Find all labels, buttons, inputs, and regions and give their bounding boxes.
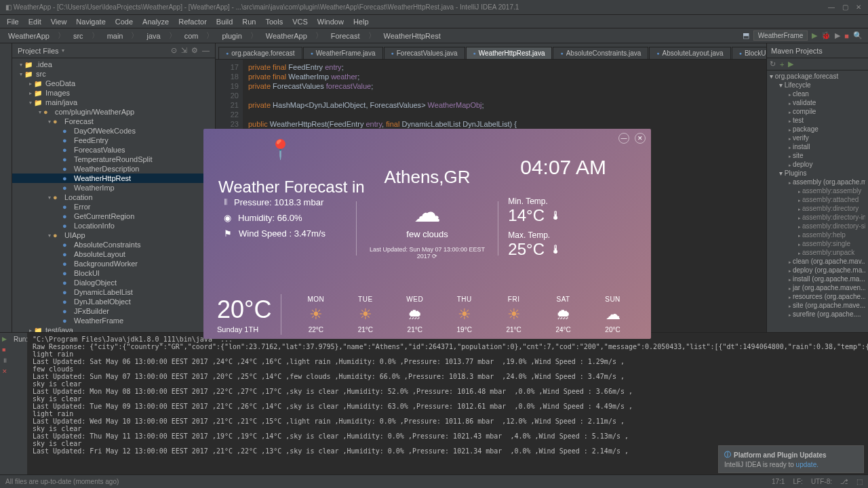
menu-build[interactable]: Build	[212, 16, 237, 27]
nav-icon[interactable]: ⬒	[743, 31, 749, 40]
maven-item[interactable]: verify	[770, 134, 865, 142]
tree-item[interactable]: ▾.idea	[12, 60, 215, 69]
tree-item[interactable]: ▾main/java	[12, 98, 215, 107]
menu-file[interactable]: File	[3, 16, 23, 27]
tree-item[interactable]: DynamicLabelList	[12, 287, 215, 297]
run-maven-icon[interactable]: ▶	[788, 60, 793, 68]
tree-item[interactable]: BackgroundWorker	[12, 259, 215, 268]
coverage-icon[interactable]: ▶	[835, 31, 840, 40]
breadcrumb-item[interactable]: main	[104, 31, 126, 41]
search-icon[interactable]: 🔍	[853, 31, 863, 40]
tree-item[interactable]: ▾Location	[12, 192, 215, 202]
tree-item[interactable]: DialogObject	[12, 278, 215, 287]
tree-item[interactable]: WeatherFrame	[12, 316, 215, 325]
maven-item[interactable]: install (org.apache.ma...	[770, 274, 865, 283]
maven-item[interactable]: surefire (org.apache....	[770, 310, 865, 319]
menu-analyze[interactable]: Analyze	[138, 16, 173, 27]
editor-tab[interactable]: AbsoluteConstraints.java	[553, 47, 648, 59]
tree-item[interactable]: ▾UIApp	[12, 230, 215, 240]
rerun-icon[interactable]: ▶	[2, 336, 10, 344]
tree-item[interactable]: ▾src	[12, 69, 215, 79]
tree-item[interactable]: AbsoluteLayout	[12, 249, 215, 259]
maven-item[interactable]: ▾ Lifecycle	[770, 81, 865, 89]
exit-icon[interactable]: ✕	[2, 368, 10, 376]
pause-icon[interactable]: ⏸	[2, 357, 10, 365]
tree-item[interactable]: AbsoluteConstraints	[12, 240, 215, 249]
menu-run[interactable]: Run	[238, 16, 260, 27]
tree-item[interactable]: GetCurrentRegion	[12, 211, 215, 221]
hide-icon[interactable]: —	[202, 46, 210, 55]
tree-item[interactable]: ▸Images	[12, 88, 215, 98]
menu-edit[interactable]: Edit	[24, 16, 45, 27]
tree-item[interactable]: ForecastValues	[12, 145, 215, 155]
tree-item[interactable]: ▾Forecast	[12, 117, 215, 126]
tree-item[interactable]: ▾com/plugin/WeatherApp	[12, 107, 215, 117]
maven-item[interactable]: clean	[770, 89, 865, 98]
dropdown-icon[interactable]: ▾	[62, 47, 64, 54]
tree-item[interactable]: DynJLabelObject	[12, 297, 215, 306]
maven-item[interactable]: test	[770, 116, 865, 125]
breadcrumb-item[interactable]: WeatherApp	[263, 31, 310, 41]
breadcrumb-item[interactable]: plugin	[219, 31, 244, 41]
maven-tree[interactable]: ▾ org.package.forecast▾ Lifecyclecleanva…	[767, 70, 868, 320]
menu-view[interactable]: View	[47, 16, 71, 27]
breadcrumb-item[interactable]: Forecast	[328, 31, 363, 41]
breadcrumb-item[interactable]: com	[182, 31, 201, 41]
refresh-icon[interactable]: ↻	[770, 60, 776, 68]
editor-tab[interactable]: AbsoluteLayout.java	[649, 47, 730, 59]
maven-item[interactable]: validate	[770, 98, 865, 107]
gear-icon[interactable]: ⚙	[191, 46, 198, 55]
maven-item[interactable]: assembly:single	[770, 239, 865, 248]
run-icon[interactable]: ▶	[812, 31, 817, 40]
maven-item[interactable]: ▾ org.package.forecast	[770, 72, 865, 81]
breadcrumb-item[interactable]: src	[71, 31, 86, 41]
menu-window[interactable]: Window	[313, 16, 348, 27]
update-link[interactable]: update.	[796, 461, 818, 468]
editor-tab[interactable]: ForecastValues.java	[384, 47, 465, 59]
tree-item[interactable]: ▸GeoData	[12, 79, 215, 88]
tree-item[interactable]: JFxBuilder	[12, 306, 215, 316]
maven-item[interactable]: assembly:help	[770, 230, 865, 239]
tree-item[interactable]: WeatherDescription	[12, 164, 215, 174]
project-panel-title[interactable]: Project Files	[18, 47, 59, 55]
menu-code[interactable]: Code	[111, 16, 137, 27]
maven-item[interactable]: assembly:unpack	[770, 248, 865, 257]
editor-tab[interactable]: org.package.forecast	[218, 47, 302, 59]
editor-tab[interactable]: WeatherFrame.java	[303, 47, 383, 59]
maven-item[interactable]: ▾ Plugins	[770, 169, 865, 178]
maven-item[interactable]: clean (org.apache.mav...	[770, 257, 865, 266]
maven-item[interactable]: install	[770, 142, 865, 151]
maven-item[interactable]: site (org.apache.mave...	[770, 301, 865, 310]
minimize-button[interactable]: —	[827, 3, 835, 12]
maven-item[interactable]: assembly:attached	[770, 195, 865, 204]
run-config-select[interactable]: WeatherFrame	[753, 30, 808, 41]
breadcrumb-item[interactable]: WeatherApp	[5, 31, 52, 41]
stop-icon[interactable]: ■	[844, 32, 849, 40]
menu-tools[interactable]: Tools	[261, 16, 287, 27]
project-tree[interactable]: ▾.idea▾src▸GeoData▸Images▾main/java▾com/…	[12, 58, 215, 332]
maven-item[interactable]: jar (org.apache.maven...	[770, 283, 865, 292]
maven-item[interactable]: assembly:directory-in...	[770, 213, 865, 222]
maven-item[interactable]: site	[770, 151, 865, 160]
stop-icon[interactable]: ■	[2, 346, 10, 354]
menu-vcs[interactable]: VCS	[288, 16, 312, 27]
tree-item[interactable]: TemperatureRoundSplit	[12, 155, 215, 164]
editor-tab[interactable]: WeatherHttpRest.java	[466, 47, 553, 59]
menu-refactor[interactable]: Refactor	[174, 16, 211, 27]
maven-item[interactable]: assembly:assembly	[770, 186, 865, 195]
maven-item[interactable]: resources (org.apache...	[770, 292, 865, 301]
tree-item[interactable]: DayOfWeekCodes	[12, 126, 215, 136]
menu-help[interactable]: Help	[349, 16, 373, 27]
add-icon[interactable]: +	[780, 60, 784, 68]
locate-icon[interactable]: ⊙	[171, 46, 177, 55]
maven-item[interactable]: compile	[770, 107, 865, 116]
tree-item[interactable]: WeatherImp	[12, 183, 215, 192]
maven-item[interactable]: deploy	[770, 160, 865, 169]
tree-item[interactable]: BlockUI	[12, 268, 215, 278]
maven-item[interactable]: package	[770, 125, 865, 134]
maven-item[interactable]: deploy (org.apache.ma...	[770, 266, 865, 274]
breadcrumb-item[interactable]: java	[144, 31, 163, 41]
tree-item[interactable]: WeatherHttpRest	[12, 174, 215, 183]
maximize-button[interactable]: ▢	[841, 3, 849, 12]
close-button[interactable]: ✕	[854, 3, 863, 12]
